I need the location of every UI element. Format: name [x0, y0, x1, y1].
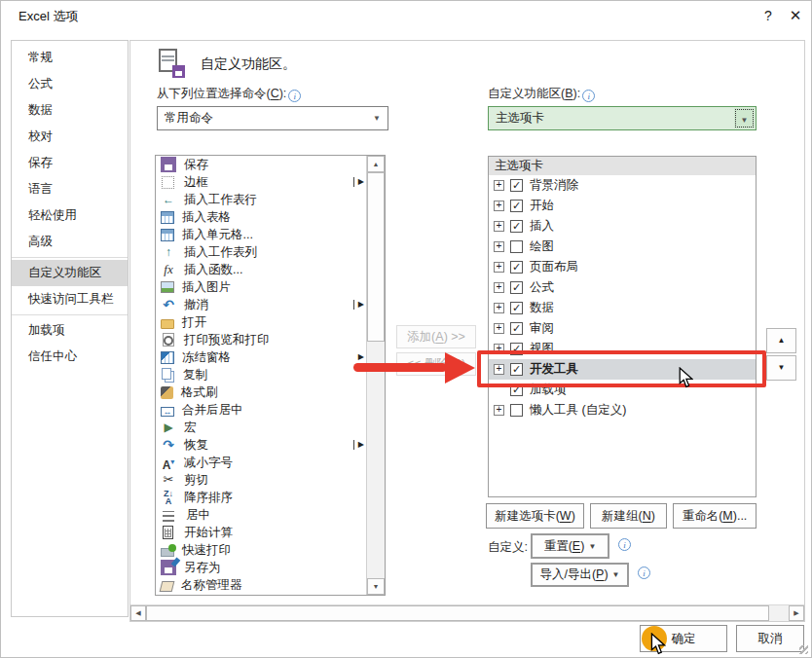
ribbon-tab-item[interactable]: ✓加载项: [489, 380, 756, 400]
choose-commands-dropdown[interactable]: 常用命令 ▼: [157, 106, 388, 130]
command-item[interactable]: 冻结窗格▶: [156, 348, 367, 366]
rename-button[interactable]: 重命名(M)...: [673, 503, 757, 529]
cancel-button[interactable]: 取消: [736, 625, 804, 652]
mouse-cursor-icon: [650, 633, 666, 655]
command-item[interactable]: 复制: [156, 366, 367, 384]
command-label: 边框: [184, 174, 208, 191]
command-item[interactable]: 另存为: [156, 559, 367, 576]
expand-icon[interactable]: +: [494, 282, 504, 293]
sidebar-item[interactable]: 公式: [12, 71, 128, 97]
tab-checkbox[interactable]: ✓: [510, 179, 523, 192]
ribbon-tab-item[interactable]: +✓页面布局: [489, 257, 756, 277]
move-down-button[interactable]: ▼: [766, 355, 796, 381]
titlebar: Excel 选项 ? ✕: [1, 1, 811, 30]
dropdown-button[interactable]: ▼: [734, 108, 755, 128]
ribbon-tab-item[interactable]: +懒人工具 (自定义): [489, 400, 756, 420]
customize-ribbon-dropdown[interactable]: 主选项卡 ▼: [488, 106, 757, 130]
command-item[interactable]: 开始计算: [156, 524, 367, 541]
ribbon-tab-item[interactable]: +✓开始: [489, 196, 756, 216]
tab-checkbox[interactable]: ✓: [510, 302, 523, 314]
command-item[interactable]: 格式刷: [156, 384, 367, 401]
tab-checkbox[interactable]: ✓: [510, 281, 523, 294]
scroll-right-icon[interactable]: ▶: [789, 605, 804, 621]
sidebar-item[interactable]: 高级: [12, 229, 128, 255]
expand-icon[interactable]: +: [494, 405, 504, 416]
tab-checkbox[interactable]: ✓: [510, 261, 523, 274]
resize-grip[interactable]: [799, 645, 808, 654]
tab-checkbox[interactable]: [510, 404, 523, 417]
command-item[interactable]: ▶宏: [156, 419, 367, 436]
scroll-down-icon[interactable]: ▼: [367, 578, 385, 595]
command-item[interactable]: 插入图片: [156, 278, 367, 296]
command-item[interactable]: ↔合并后居中: [156, 401, 367, 419]
sidebar-item[interactable]: 校对: [12, 124, 128, 150]
ribbon-tab-item[interactable]: +✓插入: [489, 216, 756, 237]
ribbon-tab-item[interactable]: +✓开发工具: [489, 359, 756, 380]
sidebar-item[interactable]: 快速访问工具栏: [12, 286, 128, 312]
sidebar-item[interactable]: 信任中心: [12, 344, 128, 370]
command-item[interactable]: 快速打印: [156, 541, 367, 559]
expand-icon[interactable]: +: [494, 344, 504, 354]
command-item[interactable]: 打印预览和打印: [156, 331, 367, 348]
command-item[interactable]: 插入单元格...: [156, 226, 367, 243]
command-item[interactable]: ↷恢复▶: [156, 436, 367, 454]
scroll-left-icon[interactable]: ◀: [130, 605, 146, 621]
command-item[interactable]: ←插入工作表行: [156, 191, 367, 208]
sidebar-item[interactable]: 加载项: [12, 317, 128, 344]
tab-checkbox[interactable]: ✓: [510, 220, 523, 233]
ribbon-tab-item[interactable]: +✓背景消除: [489, 175, 756, 196]
ribbon-tab-item[interactable]: +✓视图: [489, 339, 756, 359]
tab-checkbox[interactable]: ✓: [510, 200, 523, 212]
command-item[interactable]: ✂剪切: [156, 471, 367, 489]
expand-icon[interactable]: +: [494, 201, 504, 211]
sidebar-item[interactable]: 语言: [12, 176, 128, 202]
expand-icon[interactable]: +: [494, 303, 504, 313]
ribbon-tab-item[interactable]: +✓审阅: [489, 318, 756, 339]
command-item[interactable]: 居中: [156, 506, 367, 524]
sidebar-item[interactable]: 数据: [12, 97, 128, 124]
tab-checkbox[interactable]: ✓: [510, 363, 523, 376]
sidebar-item[interactable]: 轻松使用: [12, 202, 128, 229]
new-tab-button[interactable]: 新建选项卡(W): [486, 503, 584, 529]
add-button[interactable]: 添加(A) >>: [396, 325, 476, 348]
sidebar-item[interactable]: 自定义功能区: [12, 260, 128, 286]
tab-checkbox[interactable]: ✓: [510, 384, 523, 396]
tab-checkbox[interactable]: ✓: [510, 343, 523, 355]
expand-icon[interactable]: +: [494, 241, 504, 252]
move-up-button[interactable]: ▲: [766, 328, 796, 353]
command-item[interactable]: Z↓ A降序排序: [156, 489, 367, 506]
expand-icon[interactable]: +: [494, 180, 504, 191]
import-export-button[interactable]: 导入/导出(P)▼: [531, 563, 629, 587]
command-list-items: 保存边框▶←插入工作表行插入表格插入单元格...↑插入工作表列fx插入函数...…: [156, 156, 367, 595]
ribbon-tab-item[interactable]: +✓公式: [489, 277, 756, 298]
horizontal-scrollbar[interactable]: ◀ ▶: [130, 604, 804, 621]
ribbon-tab-item[interactable]: +✓数据: [489, 298, 756, 318]
scrollbar-thumb[interactable]: [367, 172, 385, 342]
tab-checkbox[interactable]: [510, 240, 523, 253]
expand-icon[interactable]: +: [494, 323, 504, 334]
sidebar-item[interactable]: 保存: [12, 150, 128, 176]
command-list-scrollbar[interactable]: ▲ ▼: [366, 156, 385, 595]
command-item[interactable]: A减小字号: [156, 454, 367, 471]
command-item[interactable]: ↶撤消▶: [156, 296, 367, 313]
command-item[interactable]: 边框▶: [156, 173, 367, 191]
command-item[interactable]: 插入表格: [156, 208, 367, 226]
tab-checkbox[interactable]: ✓: [510, 322, 523, 335]
help-icon[interactable]: ?: [757, 5, 780, 26]
expand-icon[interactable]: +: [494, 364, 504, 375]
command-item[interactable]: ↑插入工作表列: [156, 243, 367, 261]
scrollbar-thumb[interactable]: [146, 605, 769, 621]
new-group-button[interactable]: 新建组(N): [590, 503, 667, 529]
command-item[interactable]: 打开: [156, 313, 367, 331]
command-item[interactable]: 名称管理器: [156, 576, 367, 594]
command-item[interactable]: 保存: [156, 156, 367, 173]
reset-button[interactable]: 重置(E)▼: [531, 533, 609, 559]
sidebar-item[interactable]: 常规: [12, 45, 128, 71]
expand-icon[interactable]: +: [494, 262, 504, 273]
expand-icon[interactable]: +: [494, 221, 504, 232]
ribbon-tab-item[interactable]: +绘图: [489, 237, 756, 257]
command-item[interactable]: fx插入函数...: [156, 261, 367, 278]
close-icon[interactable]: ✕: [784, 5, 807, 26]
freeze-panes-icon: [161, 351, 174, 364]
scroll-up-icon[interactable]: ▲: [367, 156, 385, 172]
